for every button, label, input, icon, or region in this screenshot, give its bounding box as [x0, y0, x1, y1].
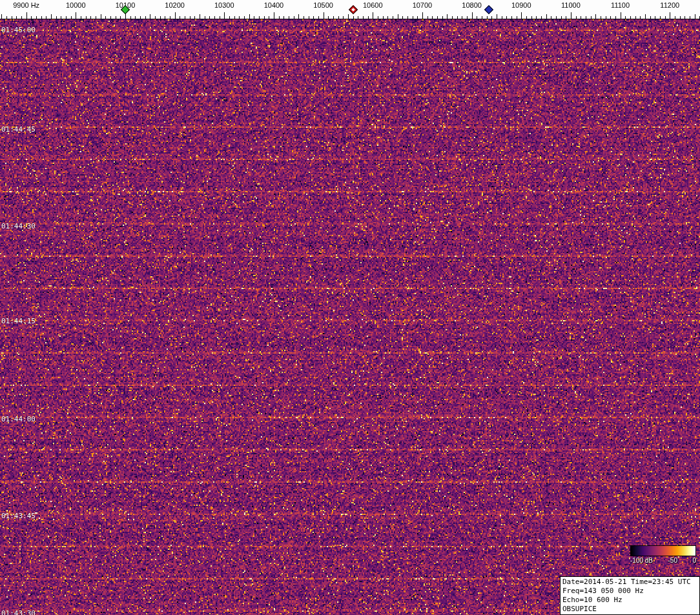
time-label: 01:44:45: [1, 125, 36, 134]
spectrogram-waterfall-canvas[interactable]: [0, 19, 700, 615]
marker-green-diamond[interactable]: [122, 6, 129, 13]
spectrogram-app: 01:45:00 01:44:45 01:44:30 01:44:15 01:4…: [0, 0, 700, 615]
time-label: 01:44:00: [1, 415, 36, 423]
green-diamond-icon: [121, 5, 130, 14]
info-frequency: Freq=143 050 000 Hz: [562, 587, 697, 596]
info-station: OBSUPICE: [562, 605, 697, 614]
legend-label-min: -100 dB: [630, 557, 653, 564]
waterfall-area: 01:45:00 01:44:45 01:44:30 01:44:15 01:4…: [0, 19, 700, 615]
intensity-legend: -100 dB -50 0: [630, 545, 696, 564]
time-label: 01:44:30: [1, 222, 36, 230]
time-label: 01:45:00: [1, 26, 36, 34]
observation-info-box: Date=2014-05-21 Time=23:45 UTC Freq=143 …: [560, 576, 700, 615]
intensity-legend-labels: -100 dB -50 0: [630, 557, 696, 564]
time-label: 01:43:45: [1, 512, 36, 520]
intensity-legend-gradient: [630, 545, 696, 556]
time-label: 01:44:15: [1, 317, 36, 325]
time-label: 01:43:30: [1, 609, 36, 615]
info-echo: Echo=10 600 Hz: [562, 596, 697, 605]
frequency-ruler: [0, 0, 700, 19]
marker-blue-diamond[interactable]: [486, 6, 492, 13]
info-date-time: Date=2014-05-21 Time=23:45 UTC: [562, 578, 697, 587]
red-diamond-icon: [349, 5, 358, 14]
red-diamond-center: [351, 8, 355, 12]
marker-red-diamond[interactable]: [350, 6, 356, 13]
legend-label-mid: -50: [668, 557, 677, 564]
legend-label-max: 0: [692, 557, 696, 564]
blue-diamond-icon: [484, 5, 493, 14]
